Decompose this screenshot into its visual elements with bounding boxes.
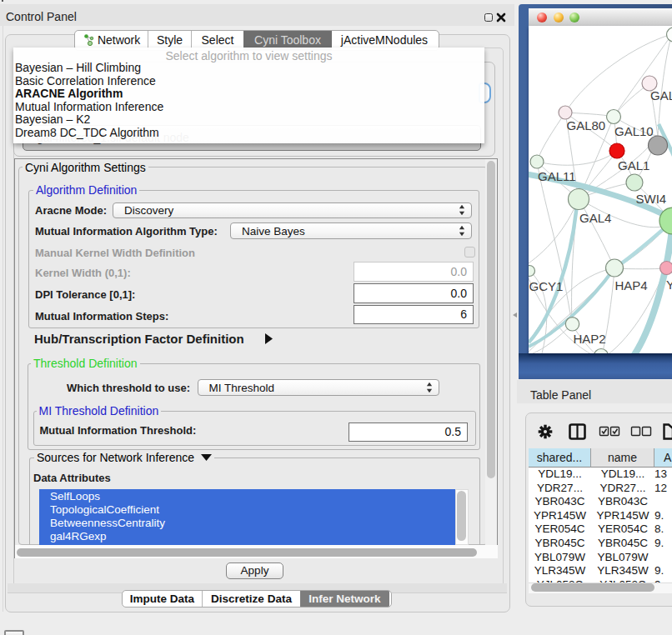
svg-text:GAL4: GAL4 xyxy=(579,211,611,225)
svg-text:GAL1: GAL1 xyxy=(618,158,649,172)
svg-text:GAL10: GAL10 xyxy=(614,124,654,138)
svg-text:GCY1: GCY1 xyxy=(529,279,563,293)
svg-text:HAP2: HAP2 xyxy=(573,332,605,346)
svg-text:GAL11: GAL11 xyxy=(538,169,576,183)
svg-text:GAL7: GAL7 xyxy=(650,88,672,102)
svg-text:HAP4: HAP4 xyxy=(614,278,647,292)
svg-text:SWI4: SWI4 xyxy=(635,192,666,206)
svg-text:GAL80: GAL80 xyxy=(566,118,605,132)
svg-text:YP: YP xyxy=(666,278,672,292)
